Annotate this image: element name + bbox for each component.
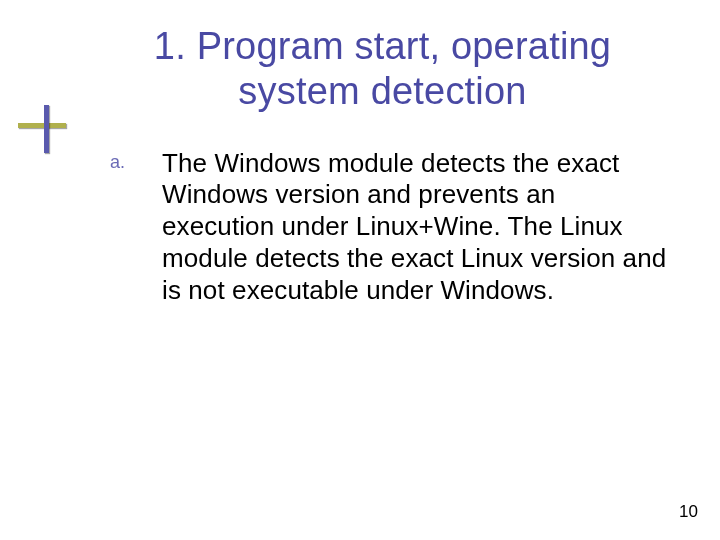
slide-title: 1. Program start, operating system detec…	[95, 24, 680, 114]
body-content: a. The Windows module detects the exact …	[110, 148, 670, 307]
decoration-vertical-bar	[44, 105, 49, 153]
slide: 1. Program start, operating system detec…	[0, 0, 720, 540]
heading-number: 1.	[154, 25, 186, 67]
heading-area: 1. Program start, operating system detec…	[95, 24, 680, 114]
decoration-horizontal-bar	[18, 123, 66, 128]
heading-text: Program start, operating system detectio…	[197, 25, 612, 112]
list-item-text: The Windows module detects the exact Win…	[162, 148, 670, 307]
list-item-label: a.	[110, 148, 162, 173]
page-number: 10	[679, 502, 698, 522]
